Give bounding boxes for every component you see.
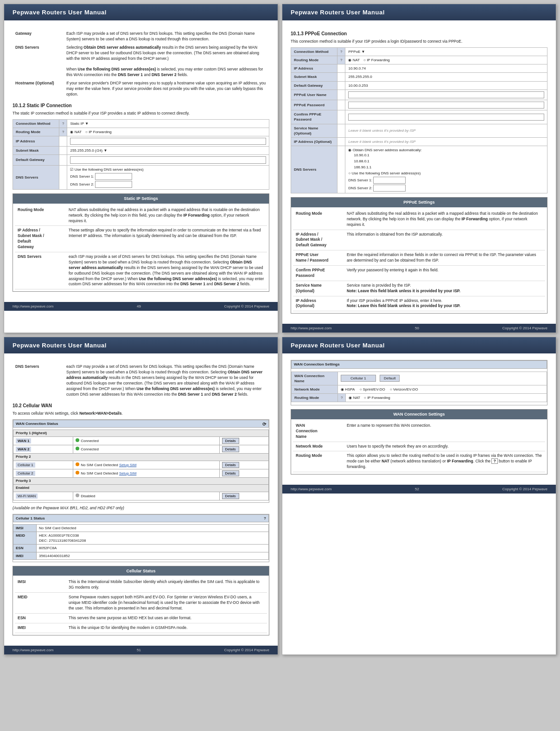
footer-url: http://www.pepwave.com xyxy=(13,304,53,308)
pppoe-user-value[interactable] xyxy=(345,90,547,100)
pppoe-pass-label: PPPoE Password xyxy=(291,100,337,110)
imei-s-label: IMEI xyxy=(15,623,66,633)
footer-url: http://www.pepwave.com xyxy=(13,648,53,652)
pppoe-ip-s-value: This information is obtained from the IS… xyxy=(344,230,545,250)
imsi-label: IMSI xyxy=(13,524,37,532)
pppoe-subnet-value: 255.255.255.0 xyxy=(345,73,547,81)
pppoe-ipad-icon xyxy=(337,137,345,146)
table-row: IP Address 10.90.0.74 xyxy=(291,64,547,73)
meid-s-label: MEID xyxy=(15,593,66,614)
cellular2-setup-link[interactable]: Setup SIM xyxy=(119,471,136,475)
pppoe-settings-content: Routing Mode NAT allows substituting the… xyxy=(291,207,547,313)
pppoe-pass-value[interactable] xyxy=(345,100,547,110)
pppoe-confirm-value[interactable] xyxy=(345,110,547,124)
page-52: Pepwave Routers User Manual WAN Connecti… xyxy=(282,337,556,654)
routing-mode-icon[interactable]: ? xyxy=(59,128,67,136)
pppoe-pass-icon xyxy=(337,100,345,110)
pppoe-form: Connection Method ? PPPoE ▼ Routing Mode… xyxy=(291,47,547,193)
priority2-label: Priority 2 xyxy=(13,454,269,461)
wan-conn-name-label: WAN Connection Name xyxy=(292,372,338,385)
table-row: IP Address xyxy=(13,136,269,147)
pppoe-routing-icon[interactable]: ? xyxy=(337,56,345,64)
cellular1-details[interactable]: Details xyxy=(219,461,268,469)
page-49-footer: http://www.pepwave.com 49 Copyright © 20… xyxy=(4,302,278,311)
cellular1-setup-link[interactable]: Setup SIM xyxy=(119,463,136,467)
routing-mode-s-label: Routing Mode xyxy=(15,205,66,226)
table-row: Confirm PPPoE Password xyxy=(291,110,547,124)
pppoe-user-icon xyxy=(337,90,345,100)
wan1-details[interactable]: Details xyxy=(219,437,268,445)
table-row: IP Address(Optional) If your ISP provide… xyxy=(293,296,545,311)
ip-address-label: IP Address xyxy=(13,136,59,147)
cellular2-row: Cellular 2 No SIM Card Detected Setup SI… xyxy=(13,469,269,477)
pppoe-routing-label: Routing Mode xyxy=(291,56,337,64)
wan-conn-settings-table: WANConnectionName Enter a name to repres… xyxy=(293,421,545,472)
pppoe-svc-value: Leave it blank unless it's provided by I… xyxy=(345,124,547,137)
table-row: ESN This serves the same purpose as MEID… xyxy=(15,613,267,623)
wan-conn-name-s-label: WANConnectionName xyxy=(293,421,344,442)
pppoe-settings-table: Routing Mode NAT allows substituting the… xyxy=(293,209,545,311)
dns-servers-value: Selecting Obtain DNS server address auto… xyxy=(64,44,269,79)
pppoe-conn-value: PPPoE ▼ xyxy=(345,47,547,56)
table-row: Service Name (Optional) Leave it blank u… xyxy=(291,124,547,137)
page-51-content: DNS Servers each ISP may provide a set o… xyxy=(4,353,278,645)
cellular-settings-box: Cellular Status IMSI This is the Interna… xyxy=(13,566,269,635)
imsi-row: IMSI No SIM Card Detected xyxy=(13,524,269,532)
pages-grid: Pepwave Routers User Manual Gateway Each… xyxy=(0,0,560,659)
cellular-wan-desc: To access cellular WAN settings, click N… xyxy=(13,411,269,417)
priority3-row: Priority 3 xyxy=(13,477,269,485)
footer-page: 52 xyxy=(415,487,419,491)
page-50-footer: http://www.pepwave.com 50 Copyright © 20… xyxy=(282,324,556,333)
table-row: Hostname (Optional) If your service prov… xyxy=(13,79,269,99)
imei-value: 356144040031852 xyxy=(37,552,269,559)
cellular2-name: Cellular 2 xyxy=(13,469,73,477)
pppoe-ipad-value: Leave it blank unless it's provided by I… xyxy=(345,137,547,146)
pppoe-routing-value: ◉ NAT○ IP Forwarding xyxy=(345,56,547,64)
pppoe-subnet-icon xyxy=(337,73,345,81)
network-mode-value: ◉ HSPA ○ Sprint/EV-DO ○ Verizon/EV-DO xyxy=(338,385,547,393)
default-gw-value[interactable] xyxy=(67,155,269,165)
pppoe-conn-icon[interactable]: ? xyxy=(337,47,345,56)
enabled-row: Enabled xyxy=(13,485,269,492)
gateway-label: Gateway xyxy=(13,30,64,44)
meid-value: HEX: A100001F7EC038DEC: 2701131807083412… xyxy=(37,532,269,545)
conn-method-icon[interactable]: ? xyxy=(59,119,67,128)
pppoe-confirm-s-label: Confirm PPPoEPassword xyxy=(293,266,344,281)
page-52-header: Pepwave Routers User Manual xyxy=(282,337,556,353)
footer-copy: Copyright © 2014 Pepwave xyxy=(502,487,547,491)
meid-s-value: Some Pepwave routers support both HSPA a… xyxy=(66,593,267,614)
pppoe-ipad-s-label: IP Address(Optional) xyxy=(293,296,344,311)
wan2-row: WAN 2 Connected Details xyxy=(13,445,269,454)
pppoe-routing-s-label: Routing Mode xyxy=(293,209,344,230)
table-row: DNS Servers ☑ Use the following DNS serv… xyxy=(13,165,269,190)
pppoe-ip-label: IP Address xyxy=(291,64,337,73)
wan2-details[interactable]: Details xyxy=(219,445,268,454)
wan1-name: WAN 1 xyxy=(13,437,73,445)
static-ip-settings-table: Routing Mode NAT allows substituting the… xyxy=(15,205,267,290)
pppoe-conn-method-label: Connection Method xyxy=(291,47,337,56)
page-49-content: Gateway Each ISP may provide a set of DN… xyxy=(4,20,278,302)
cellular2-details[interactable]: Details xyxy=(219,469,268,477)
footer-copy: Copyright © 2014 Pepwave xyxy=(224,648,269,652)
routing-mode-52-label: Routing Mode xyxy=(292,394,338,402)
routing-mode-52-icon[interactable]: ? xyxy=(338,394,346,402)
table-row: Subnet Mask 255.255.255.0 (/24) ▼ xyxy=(13,147,269,155)
table-row: MEID Some Pepwave routers support both H… xyxy=(15,593,267,614)
routing-mode-value: ◉ NAT○ IP Forwarding xyxy=(67,128,269,136)
page-52-footer: http://www.pepwave.com 52 Copyright © 20… xyxy=(282,485,556,494)
dns-servers-form-value: ☑ Use the following DNS server address(e… xyxy=(67,165,269,190)
ip-subnet-gw-s-label: IP Address /Subnet Mask /DefaultGateway xyxy=(15,226,66,252)
table-row: Default Gateway 10.00.0.253 xyxy=(291,81,547,90)
ip-address-value[interactable] xyxy=(67,136,269,147)
pppoe-user-label: PPPoE User Name xyxy=(291,90,337,100)
wifi-wan-details[interactable]: Details xyxy=(219,492,268,500)
esn-value: 8052FC8A xyxy=(37,545,269,552)
cellular1-help-icon[interactable]: ? xyxy=(264,516,266,521)
static-ip-settings-content: Routing Mode NAT allows substituting the… xyxy=(13,204,269,292)
pppoe-dns-icon xyxy=(337,146,345,193)
wan-status-refresh-icon[interactable]: ⟳ xyxy=(262,421,266,428)
ip-subnet-gw-s-value: These settings allow you to specify the … xyxy=(66,226,267,252)
cellular1-status-widget: Cellular 1 Status ? IMSI No SIM Card Det… xyxy=(13,514,269,562)
priority1-label: Priority 1 (Highest) xyxy=(13,430,269,437)
pppoe-confirm-label: Confirm PPPoE Password xyxy=(291,110,337,124)
